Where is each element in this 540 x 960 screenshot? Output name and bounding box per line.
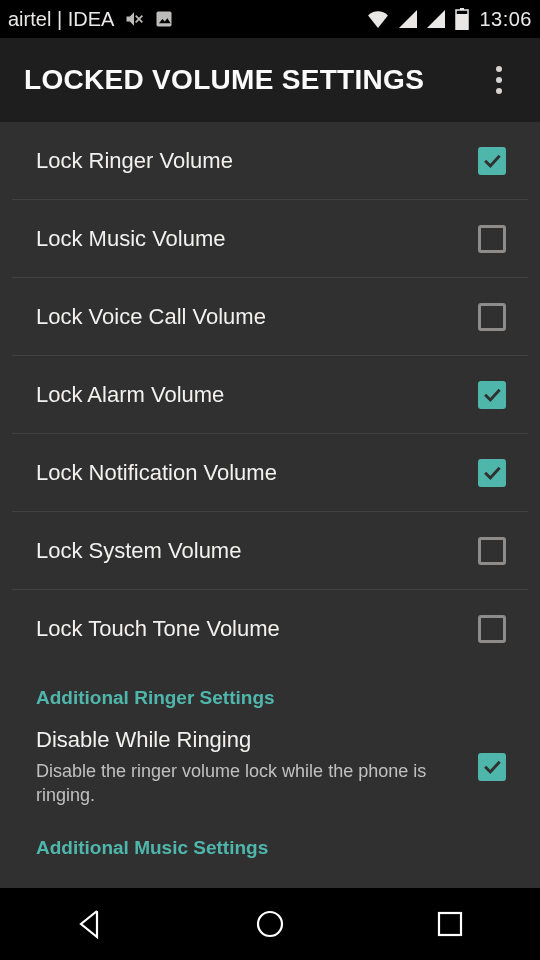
carrier-text: airtel | IDEA xyxy=(8,8,114,31)
disable-while-ringing-row[interactable]: Disable While Ringing Disable the ringer… xyxy=(0,717,540,817)
section-music-header: Additional Music Settings xyxy=(0,817,540,867)
lock-alarm-row[interactable]: Lock Alarm Volume xyxy=(0,356,540,433)
clock-text: 13:06 xyxy=(479,8,532,31)
checkbox[interactable] xyxy=(478,303,506,331)
section-ringer-header: Additional Ringer Settings xyxy=(0,667,540,717)
svg-marker-4 xyxy=(399,10,417,28)
row-label: Lock Notification Volume xyxy=(36,460,277,486)
svg-point-11 xyxy=(496,88,502,94)
row-label: Lock System Volume xyxy=(36,538,241,564)
page-title: LOCKED VOLUME SETTINGS xyxy=(24,64,424,96)
checkbox[interactable] xyxy=(478,459,506,487)
svg-rect-2 xyxy=(157,12,172,27)
checkbox[interactable] xyxy=(478,225,506,253)
lock-system-row[interactable]: Lock System Volume xyxy=(0,512,540,589)
recents-button[interactable] xyxy=(400,900,500,948)
nav-bar xyxy=(0,888,540,960)
back-icon xyxy=(73,907,107,941)
lock-ringer-row[interactable]: Lock Ringer Volume xyxy=(0,122,540,199)
checkbox[interactable] xyxy=(478,381,506,409)
mute-icon xyxy=(124,9,144,29)
recents-icon xyxy=(435,909,465,939)
lock-touch-tone-row[interactable]: Lock Touch Tone Volume xyxy=(0,590,540,667)
settings-list[interactable]: Lock Ringer Volume Lock Music Volume Loc… xyxy=(0,122,540,888)
row-label: Lock Alarm Volume xyxy=(36,382,224,408)
row-label: Disable While Ringing xyxy=(36,727,436,753)
row-label: Lock Music Volume xyxy=(36,226,226,252)
back-button[interactable] xyxy=(40,900,140,948)
battery-icon xyxy=(455,8,469,30)
signal-2-icon xyxy=(427,10,445,28)
lock-voice-row[interactable]: Lock Voice Call Volume xyxy=(0,278,540,355)
svg-point-12 xyxy=(258,912,282,936)
home-icon xyxy=(253,907,287,941)
checkbox[interactable] xyxy=(478,615,506,643)
row-sublabel: Disable the ringer volume lock while the… xyxy=(36,759,436,808)
checkbox[interactable] xyxy=(478,147,506,175)
more-vert-icon xyxy=(495,65,503,95)
overflow-menu-button[interactable] xyxy=(478,59,520,101)
row-label: Lock Ringer Volume xyxy=(36,148,233,174)
svg-rect-8 xyxy=(456,14,468,30)
checkbox[interactable] xyxy=(478,753,506,781)
signal-1-icon xyxy=(399,10,417,28)
row-label: Lock Voice Call Volume xyxy=(36,304,266,330)
svg-rect-13 xyxy=(439,913,461,935)
svg-marker-5 xyxy=(427,10,445,28)
home-button[interactable] xyxy=(220,900,320,948)
wifi-icon xyxy=(367,10,389,28)
picture-icon xyxy=(154,9,174,29)
lock-notification-row[interactable]: Lock Notification Volume xyxy=(0,434,540,511)
svg-point-10 xyxy=(496,77,502,83)
svg-point-9 xyxy=(496,66,502,72)
checkbox[interactable] xyxy=(478,537,506,565)
status-bar: airtel | IDEA 13:06 xyxy=(0,0,540,38)
lock-music-row[interactable]: Lock Music Volume xyxy=(0,200,540,277)
row-label: Lock Touch Tone Volume xyxy=(36,616,280,642)
app-bar: LOCKED VOLUME SETTINGS xyxy=(0,38,540,122)
